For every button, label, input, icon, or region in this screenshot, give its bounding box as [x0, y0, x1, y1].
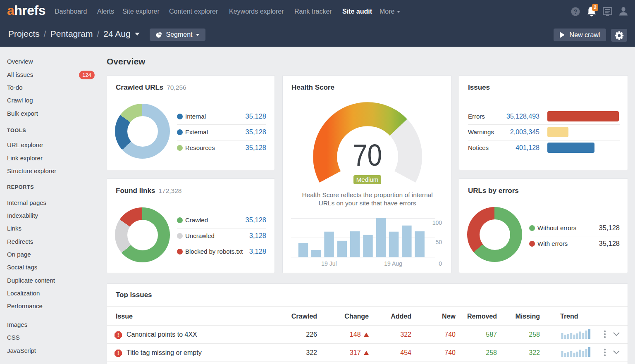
svg-text:19 Aug: 19 Aug — [384, 260, 402, 267]
svg-text:19 Jul: 19 Jul — [321, 260, 337, 267]
svg-text:?: ? — [573, 8, 577, 15]
svg-text:0: 0 — [439, 260, 442, 267]
svg-text:50: 50 — [435, 239, 442, 245]
svg-text:100: 100 — [432, 219, 442, 226]
